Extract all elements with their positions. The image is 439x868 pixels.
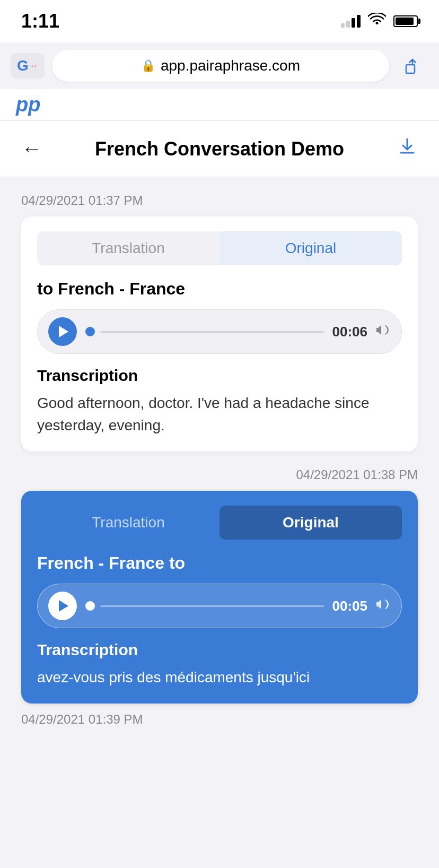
- card1-audio-player: 00:06: [37, 309, 402, 354]
- share-icon: [403, 56, 422, 75]
- card1: Translation Original to French - France …: [21, 216, 418, 452]
- page-title: French Conversation Demo: [95, 138, 344, 160]
- logo-bar: pp: [0, 89, 439, 121]
- card1-translation-tab[interactable]: Translation: [37, 231, 220, 265]
- svg-rect-0: [406, 65, 415, 73]
- battery-icon: [393, 15, 418, 27]
- card1-timestamp: 04/29/2021 01:37 PM: [21, 193, 418, 208]
- status-bar: 1:11: [0, 0, 439, 42]
- card2-translation-tab[interactable]: Translation: [37, 506, 220, 540]
- status-time: 1:11: [21, 10, 59, 32]
- card1-volume-icon[interactable]: [376, 324, 391, 340]
- card2-progress: [85, 601, 324, 611]
- card2-original-tab[interactable]: Original: [220, 506, 402, 540]
- card2-transcription-text: avez-vous pris des médicaments jusqu'ici: [37, 666, 402, 689]
- play-icon: [59, 600, 68, 612]
- progress-bar[interactable]: [100, 605, 324, 607]
- card2-direction: French - France to: [37, 553, 402, 573]
- share-button[interactable]: [397, 50, 428, 82]
- card2-audio-player: 00:05: [37, 584, 402, 628]
- card1-audio-time: 00:06: [332, 324, 368, 340]
- translate-icon-box[interactable]: G ↔: [11, 53, 45, 79]
- card2-timestamp: 04/29/2021 01:38 PM: [21, 467, 418, 482]
- card2-tab-toggle: Translation Original: [37, 506, 402, 540]
- app-logo: pp: [16, 93, 40, 116]
- download-icon: [397, 136, 418, 157]
- main-content: 04/29/2021 01:37 PM Translation Original…: [0, 177, 439, 751]
- wifi-icon: [368, 13, 386, 30]
- progress-dot-icon: [85, 601, 95, 611]
- card2-volume-icon[interactable]: [376, 598, 391, 614]
- translate-icon: G: [17, 57, 29, 74]
- page-header: ← French Conversation Demo: [0, 121, 439, 177]
- back-button[interactable]: ←: [21, 137, 42, 161]
- lock-icon: 🔒: [141, 59, 155, 73]
- card1-transcription-label: Transcription: [37, 367, 402, 385]
- play-icon: [59, 326, 68, 337]
- translate-arrow-icon: ↔: [30, 61, 38, 71]
- card2-transcription-label: Transcription: [37, 641, 402, 659]
- signal-bars-icon: [341, 15, 361, 28]
- progress-bar[interactable]: [100, 331, 324, 333]
- card1-play-button[interactable]: [48, 317, 77, 346]
- url-text: app.pairaphrase.com: [161, 57, 300, 74]
- progress-dot-icon: [85, 327, 95, 336]
- card2: Translation Original French - France to …: [21, 491, 418, 704]
- card3-timestamp: 04/29/2021 01:39 PM: [21, 712, 418, 727]
- browser-bar: G ↔ 🔒 app.pairaphrase.com: [0, 42, 439, 89]
- url-bar[interactable]: 🔒 app.pairaphrase.com: [52, 50, 389, 82]
- card1-tab-toggle: Translation Original: [37, 231, 402, 265]
- card1-transcription-text: Good afternoon, doctor. I've had a heada…: [37, 392, 402, 437]
- card1-direction: to French - France: [37, 279, 402, 299]
- card2-play-button[interactable]: [48, 592, 77, 620]
- card1-progress: [85, 327, 324, 336]
- card1-original-tab[interactable]: Original: [220, 231, 402, 265]
- card2-audio-time: 00:05: [332, 598, 368, 614]
- status-icons: [341, 13, 418, 30]
- download-button[interactable]: [397, 136, 418, 162]
